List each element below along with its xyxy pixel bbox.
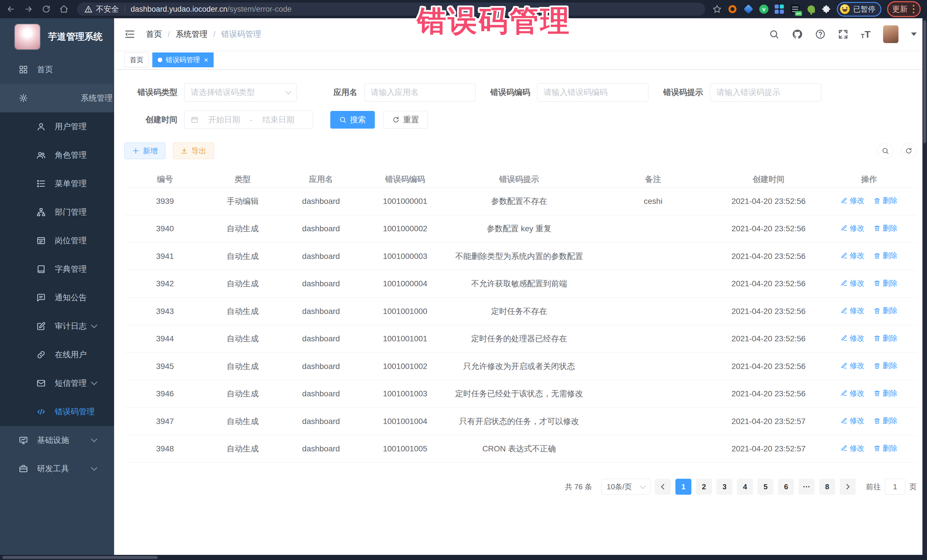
sidebar-item-post-management[interactable]: 岗位管理 <box>0 226 114 255</box>
sidebar-item-sms-management[interactable]: 短信管理 <box>0 369 114 398</box>
column-header-app: 应用名 <box>280 173 363 185</box>
delete-link[interactable]: 删除 <box>874 250 898 261</box>
collapse-sidebar-icon[interactable] <box>125 29 135 39</box>
page-button-4[interactable]: 4 <box>737 479 753 495</box>
tab-error-code-management[interactable]: 错误码管理 × <box>152 52 214 67</box>
sidebar-item-menu-management[interactable]: 菜单管理 <box>0 169 114 198</box>
page-button-2[interactable]: 2 <box>696 479 712 495</box>
delete-link[interactable]: 删除 <box>874 443 898 454</box>
sidebar-logo-row[interactable]: 芋道管理系统 <box>0 18 114 55</box>
extension-key-icon[interactable] <box>806 4 816 14</box>
extension-green-icon[interactable]: v <box>759 5 768 14</box>
edit-link[interactable]: 修改 <box>840 360 865 371</box>
back-icon[interactable] <box>6 5 15 14</box>
help-icon[interactable] <box>815 29 825 39</box>
edit-link[interactable]: 修改 <box>840 305 865 316</box>
end-date-placeholder[interactable]: 结束日期 <box>257 114 300 125</box>
github-icon[interactable] <box>792 29 802 39</box>
reload-icon[interactable] <box>42 5 51 14</box>
horizontal-scrollbar[interactable] <box>0 555 927 560</box>
error-code-input[interactable] <box>544 88 642 97</box>
delete-link[interactable]: 删除 <box>874 415 898 426</box>
sidebar-item-dictionary-management[interactable]: 字典管理 <box>0 255 114 284</box>
error-hint-input[interactable] <box>716 88 815 97</box>
sidebar-item-system-management[interactable]: 系统管理 <box>0 84 112 112</box>
breadcrumb-home[interactable]: 首页 <box>146 29 162 39</box>
browser-update-chip[interactable]: 更新 <box>887 1 921 17</box>
edit-link[interactable]: 修改 <box>840 223 865 234</box>
delete-link[interactable]: 删除 <box>874 333 898 344</box>
delete-link[interactable]: 删除 <box>874 223 898 234</box>
page-button-8[interactable]: 8 <box>819 479 835 495</box>
user-avatar[interactable] <box>883 25 898 43</box>
sidebar-item-home[interactable]: 首页 <box>0 55 114 84</box>
sidebar-item-audit-log[interactable]: 审计日志 <box>0 312 114 340</box>
page-button-1[interactable]: 1 <box>675 479 691 495</box>
app-name-field[interactable] <box>364 83 476 102</box>
search-button[interactable]: 搜索 <box>330 111 375 129</box>
delete-link[interactable]: 删除 <box>874 305 898 316</box>
goto-page-input[interactable] <box>885 479 905 495</box>
edit-link[interactable]: 修改 <box>840 333 865 344</box>
error-type-select[interactable]: 请选择错误码类型 <box>184 83 297 102</box>
start-date-placeholder[interactable]: 开始日期 <box>203 114 246 125</box>
scrollbar-thumb[interactable] <box>923 21 926 143</box>
page-button-3[interactable]: 3 <box>716 479 732 495</box>
reset-button[interactable]: 重置 <box>383 111 428 129</box>
sidebar-item-department-management[interactable]: 部门管理 <box>0 198 114 226</box>
edit-link[interactable]: 修改 <box>840 250 865 261</box>
page-size-select[interactable]: 10条/页 <box>601 479 650 495</box>
export-button[interactable]: 导出 <box>173 143 214 159</box>
font-size-icon[interactable]: TT <box>861 29 871 40</box>
add-button[interactable]: 新增 <box>125 143 166 159</box>
sidebar-item-error-code-management[interactable]: 错误码管理 <box>0 398 114 426</box>
extension-orange-icon[interactable] <box>727 4 738 14</box>
table-row: 3941 自动生成 dashboard 1001000003 不能删除类型为系统… <box>125 243 917 270</box>
home-icon[interactable] <box>59 5 68 14</box>
extension-gem-icon[interactable] <box>743 4 754 14</box>
sidebar-item-infrastructure[interactable]: 基础设施 <box>0 426 114 454</box>
sidebar-item-role-management[interactable]: 角色管理 <box>0 141 114 169</box>
profile-paused-pill[interactable]: 已暂停 <box>837 2 881 17</box>
error-hint-field[interactable] <box>710 83 821 102</box>
edit-link[interactable]: 修改 <box>840 388 865 399</box>
next-page-button[interactable] <box>840 479 856 495</box>
page-button-5[interactable]: 5 <box>758 479 774 495</box>
bookmark-star-icon[interactable] <box>713 5 722 14</box>
edit-link[interactable]: 修改 <box>840 443 865 454</box>
delete-link[interactable]: 删除 <box>874 195 898 206</box>
pencil-icon <box>840 197 847 204</box>
edit-link[interactable]: 修改 <box>840 278 865 289</box>
forward-icon[interactable] <box>24 5 33 14</box>
edit-link[interactable]: 修改 <box>840 415 865 426</box>
scrollbar-thumb[interactable] <box>2 556 158 559</box>
fullscreen-icon[interactable] <box>838 29 848 39</box>
extension-grid-icon[interactable] <box>774 4 784 14</box>
delete-link[interactable]: 删除 <box>874 388 898 399</box>
show-search-toggle-button[interactable] <box>877 143 894 159</box>
vertical-scrollbar[interactable] <box>922 18 927 555</box>
prev-page-button[interactable] <box>655 479 671 495</box>
more-pages-button[interactable]: ··· <box>799 479 815 495</box>
extensions-puzzle-icon[interactable] <box>822 5 831 14</box>
page-button-6[interactable]: 6 <box>778 479 794 495</box>
browser-menu-icon[interactable] <box>912 5 916 14</box>
refresh-table-button[interactable] <box>901 143 917 159</box>
tab-home[interactable]: 首页 <box>125 52 149 67</box>
delete-link[interactable]: 删除 <box>874 360 898 371</box>
url-bar[interactable]: 不安全 dashboard.yudao.iocoder.cn /system/e… <box>77 3 705 16</box>
date-range-picker[interactable]: 开始日期 - 结束日期 <box>184 111 313 129</box>
close-tab-icon[interactable]: × <box>204 56 208 64</box>
error-code-field[interactable] <box>537 83 648 102</box>
user-menu-caret-icon[interactable] <box>911 32 917 36</box>
search-icon[interactable] <box>769 29 779 39</box>
delete-link[interactable]: 删除 <box>874 278 898 289</box>
sidebar-item-notice[interactable]: 通知公告 <box>0 284 114 312</box>
sidebar-item-online-users[interactable]: 在线用户 <box>0 340 114 369</box>
sidebar-item-user-management[interactable]: 用户管理 <box>0 112 114 141</box>
breadcrumb-system[interactable]: 系统管理 <box>176 29 208 39</box>
sidebar-item-dev-tools[interactable]: 研发工具 <box>0 454 114 483</box>
app-name-input[interactable] <box>371 88 469 97</box>
edit-link[interactable]: 修改 <box>840 195 865 206</box>
extension-list-icon[interactable]: on <box>790 4 800 14</box>
